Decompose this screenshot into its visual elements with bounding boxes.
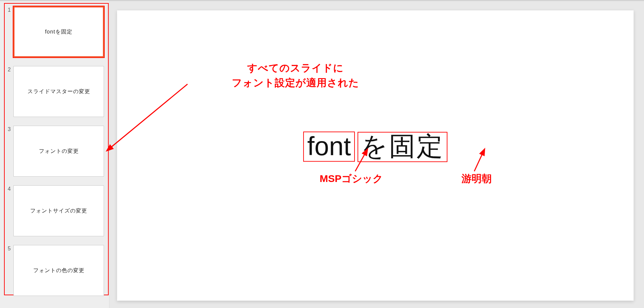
thumbnail-number: 4 bbox=[6, 185, 11, 192]
annotation-arrow-yumin bbox=[456, 150, 493, 177]
slide-thumbnail[interactable]: フォントの変更 bbox=[13, 126, 104, 177]
slide-thumbnail[interactable]: スライドマスターの変更 bbox=[13, 66, 104, 117]
thumbnail-number: 3 bbox=[6, 126, 11, 132]
slide-title-english-part: font bbox=[303, 132, 355, 162]
main-layout: 1fontを固定2スライドマスターの変更3フォントの変更4フォントサイズの変更5… bbox=[0, 1, 644, 308]
thumbnail-number: 1 bbox=[6, 6, 11, 13]
slide-thumbnail[interactable]: フォントの色の変更 bbox=[13, 245, 104, 296]
thumbnail-title: フォントの変更 bbox=[39, 148, 79, 155]
thumbnail-row: 1fontを固定 bbox=[6, 6, 104, 57]
annotation-yumin: 游明朝 bbox=[462, 172, 492, 186]
thumbnail-title: フォントの色の変更 bbox=[33, 267, 85, 274]
slide-title[interactable]: font を固定 bbox=[303, 132, 447, 162]
thumbnail-title: fontを固定 bbox=[45, 28, 72, 36]
svg-line-0 bbox=[110, 84, 187, 148]
thumbnail-row: 2スライドマスターの変更 bbox=[6, 66, 104, 117]
annotation-line1: すべてのスライドに bbox=[247, 62, 344, 73]
thumbnail-row: 4フォントサイズの変更 bbox=[6, 185, 104, 236]
svg-line-2 bbox=[474, 153, 483, 171]
annotation-applied-text: すべてのスライドに フォント設定が適用された bbox=[225, 61, 366, 90]
slide-thumbnail[interactable]: フォントサイズの変更 bbox=[13, 185, 104, 236]
annotation-msp-gothic: MSPゴシック bbox=[320, 172, 383, 186]
thumbnail-row: 5フォントの色の変更 bbox=[6, 245, 104, 296]
thumbnail-title: フォントサイズの変更 bbox=[30, 207, 87, 214]
thumbnail-title: スライドマスターの変更 bbox=[28, 88, 90, 95]
slide-title-japanese-part: を固定 bbox=[358, 132, 447, 162]
slide[interactable]: font を固定 すべてのスライドに フォント設定が適用された MSPゴシック … bbox=[117, 10, 634, 301]
annotation-line2: フォント設定が適用された bbox=[232, 77, 359, 88]
slide-canvas-area[interactable]: font を固定 すべてのスライドに フォント設定が適用された MSPゴシック … bbox=[110, 1, 644, 308]
thumbnail-number: 2 bbox=[6, 66, 11, 73]
slide-thumbnail-panel: 1fontを固定2スライドマスターの変更3フォントの変更4フォントサイズの変更5… bbox=[0, 1, 110, 308]
slide-thumbnail[interactable]: fontを固定 bbox=[13, 6, 104, 57]
annotation-arrow-sidebar bbox=[100, 81, 194, 161]
thumbnail-number: 5 bbox=[6, 245, 11, 252]
thumbnail-row: 3フォントの変更 bbox=[6, 126, 104, 177]
